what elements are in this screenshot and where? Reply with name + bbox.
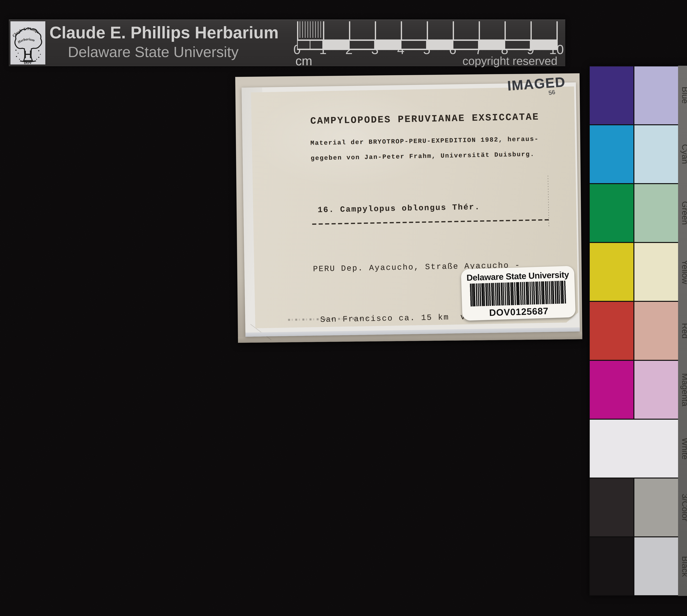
chart-row-label: Cyan (679, 125, 687, 183)
color-patch-blue-solid (590, 66, 634, 124)
tree-logo-icon: Claude T. Phillips Herbarium DOV (10, 21, 45, 65)
cm-tick (297, 21, 298, 40)
material-line-1: Material der BRYOTROP-PERU-EXPEDITION 19… (311, 135, 539, 147)
mm-tick (315, 21, 316, 38)
handwritten-note: 56 (548, 89, 556, 96)
chart-row-label: Magenta (679, 360, 687, 419)
cm-tick (556, 21, 558, 40)
chart-row-label: Red (679, 301, 687, 360)
checker-dark-block (505, 41, 530, 49)
herbarium-logo-stamp: Claude T. Phillips Herbarium DOV (10, 21, 45, 65)
cm-tick (349, 21, 350, 40)
barcode (470, 281, 567, 307)
cm-tick (323, 21, 324, 40)
chart-row-label: Yellow (679, 242, 687, 301)
color-calibration-chart: Color Control Patches © The Tiffen Compa… (589, 66, 687, 596)
color-patch-black-solid (590, 537, 634, 595)
color-patch-red-solid (590, 302, 634, 360)
mm-tick (318, 21, 318, 38)
ruler-line-top (297, 40, 558, 41)
cm-tick (479, 21, 480, 40)
ruler-line-bottom (297, 49, 558, 50)
chart-row-label: White (679, 419, 687, 478)
cm-tick (401, 21, 402, 40)
exsiccatae-series-title: CAMPYLOPODES PERUVIANAE EXSICCATAE (310, 111, 539, 127)
material-line-2: gegeben von Jan-Peter Frahm, Universität… (311, 151, 535, 162)
color-patch-magenta-solid (590, 361, 634, 419)
chart-row-label: Blue (679, 66, 687, 125)
logo-tree-trunk-h (25, 50, 30, 58)
chart-row-label: Black (679, 537, 687, 596)
color-patch-cyan-tint (634, 125, 678, 183)
color-patch-black-tint (634, 537, 678, 595)
cm-ruler: cm copyright reserved 012345678910 (297, 21, 557, 66)
cm-tick (530, 21, 532, 40)
color-patch-red-tint (634, 302, 678, 360)
mm-tick (310, 21, 311, 38)
locality-line: Regenwald 1150 m. (316, 409, 535, 430)
logo-tree-outline (15, 28, 42, 61)
color-patch-blue-tint (634, 66, 678, 124)
species-line: 16. Campylopus oblongus Thér. (318, 202, 480, 215)
mm-tick (302, 21, 303, 38)
color-patch-3-color-solid (590, 479, 634, 536)
chart-label-strip: Color Control Patches © The Tiffen Compa… (678, 66, 687, 596)
checker-dark-block (350, 41, 374, 49)
color-patch-grid (589, 66, 678, 596)
svg-text:Herbarium: Herbarium (17, 37, 35, 44)
color-patch-magenta-tint (634, 361, 678, 419)
collector-line: leg. J.-P.Frahm 2.8.1982 (317, 460, 536, 480)
color-patch-3-color-tint (634, 479, 678, 536)
color-patch-green-tint (634, 184, 678, 242)
herbarium-title: Claude E. Phillips Herbarium (49, 23, 279, 42)
checker-half-split (310, 41, 311, 49)
chart-row-label: Green (679, 183, 687, 242)
cm-tick (453, 21, 454, 40)
color-patch-yellow-solid (590, 243, 634, 301)
cm-tick (427, 21, 428, 40)
logo-dov-text: DOV (24, 61, 32, 65)
color-patch-cyan-solid (590, 125, 634, 183)
mm-tick (300, 21, 300, 38)
barcode-number: DOV0125687 (462, 305, 576, 319)
checker-dark-block (402, 41, 426, 49)
mm-tick (313, 21, 313, 38)
color-patch-yellow-tint (634, 243, 678, 301)
barcode-sticker: Delaware State University DOV0125687 (461, 266, 576, 321)
mm-tick (305, 21, 305, 38)
logo-arc-text-mid: Herbarium (17, 37, 35, 44)
mm-tick (320, 21, 321, 38)
cm-tick (375, 21, 376, 40)
color-patch-white-solid (590, 420, 678, 478)
color-patch-green-solid (590, 184, 634, 242)
mm-tick (307, 21, 308, 38)
locality-line: cisco, auf Erde an einem Weghang im (315, 358, 534, 379)
checker-dark-block (453, 41, 478, 49)
locality-text-block: PERU Dep. Ayacucho, Straße Ayacucho - Sa… (312, 223, 537, 514)
chart-row-label: 3/Color (679, 478, 687, 537)
herbarium-scale-bar: Claude T. Phillips Herbarium DOV Claude … (9, 20, 565, 66)
university-subtitle: Delaware State University (68, 43, 238, 61)
cm-tick (505, 21, 506, 40)
